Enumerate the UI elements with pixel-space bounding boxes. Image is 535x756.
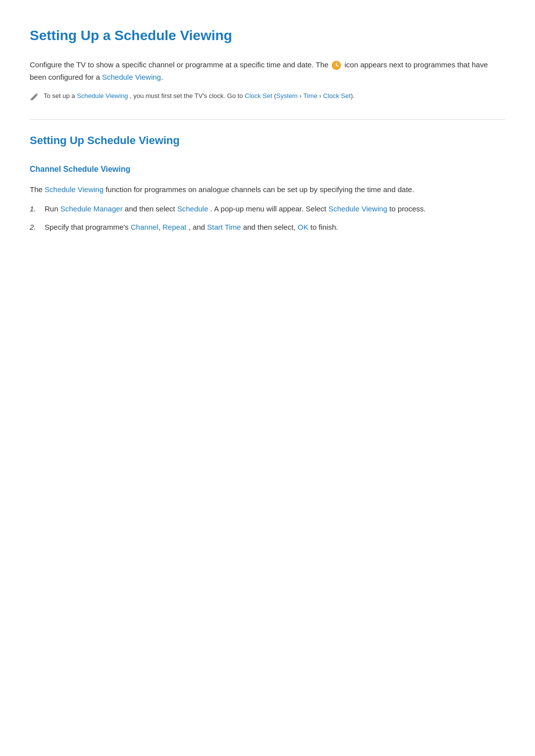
list-item-2-text: Specify that programme's Channel, Repeat… <box>45 221 338 234</box>
list-item-1-text: Run Schedule Manager and then select Sch… <box>45 203 426 215</box>
intro-paragraph: Configure the TV to show a specific chan… <box>30 59 505 84</box>
list2-start-time-link: Start Time <box>207 223 241 231</box>
steps-list: 1. Run Schedule Manager and then select … <box>30 203 505 234</box>
section-divider <box>30 119 505 120</box>
list2-channel-link: Channel <box>131 223 159 231</box>
clock-icon <box>331 60 341 70</box>
list-item: 2. Specify that programme's Channel, Rep… <box>30 221 505 234</box>
list-item: 1. Run Schedule Manager and then select … <box>30 203 505 215</box>
note-schedule-viewing-link: Schedule Viewing <box>77 92 128 100</box>
svg-point-3 <box>336 65 337 66</box>
note-clock-set-link: Clock Set <box>245 92 272 100</box>
note-clock-set-link2: Clock Set <box>323 92 351 100</box>
body-paragraph: The Schedule Viewing function for progra… <box>30 184 505 196</box>
pencil-icon <box>30 92 39 104</box>
note-time-link: Time <box>303 92 317 100</box>
list2-repeat-link: Repeat <box>162 223 186 231</box>
list1-schedule-manager-link: Schedule Manager <box>60 204 123 213</box>
list1-schedule-viewing-link: Schedule Viewing <box>328 204 387 213</box>
note-box: To set up a Schedule Viewing , you must … <box>30 91 505 104</box>
note-system-link: System <box>276 92 298 100</box>
list1-schedule-link: Schedule <box>177 204 209 213</box>
body-schedule-viewing-link: Schedule Viewing <box>45 185 104 194</box>
page-title: Setting Up a Schedule Viewing <box>30 25 505 47</box>
intro-schedule-viewing-link: Schedule Viewing <box>102 73 161 81</box>
note-text: To set up a Schedule Viewing , you must … <box>44 91 355 101</box>
intro-text-before: Configure the TV to show a specific chan… <box>30 60 328 69</box>
list-number-1: 1. <box>30 203 39 215</box>
subsection-title: Channel Schedule Viewing <box>30 163 505 176</box>
list-number-2: 2. <box>30 221 39 234</box>
list2-ok-link: OK <box>298 223 309 231</box>
section-title: Setting Up Schedule Viewing <box>30 132 505 149</box>
